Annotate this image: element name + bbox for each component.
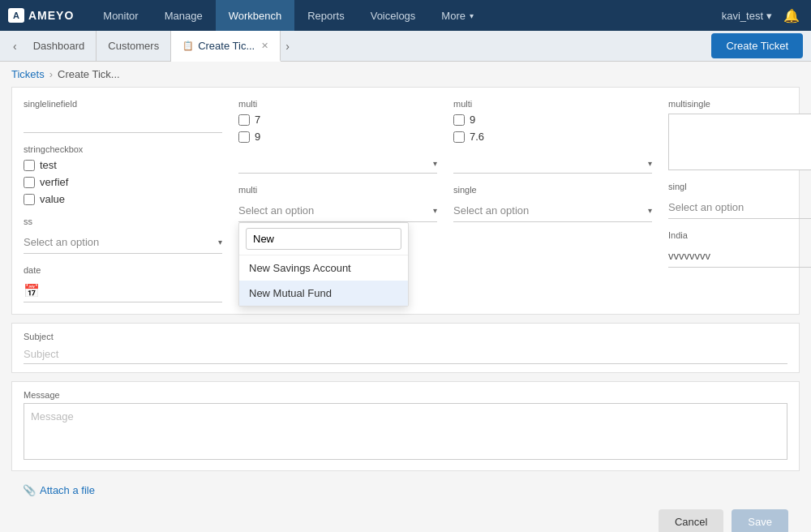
calendar-icon[interactable]: 📅 xyxy=(24,283,40,298)
tab-prev-button[interactable]: ‹ xyxy=(8,36,22,56)
multi-checkboxes-group: 7 9 xyxy=(238,114,437,143)
checkbox-value-input[interactable] xyxy=(24,194,35,205)
singl-field: singl Select an option ▾ xyxy=(668,182,811,219)
breadcrumb-tickets[interactable]: Tickets xyxy=(11,68,45,80)
checkbox-value[interactable]: value xyxy=(24,193,222,205)
col3-checkbox-group: 9 7.6 xyxy=(453,114,652,143)
checkbox-7[interactable]: 7 xyxy=(238,114,437,126)
ss-label: ss xyxy=(24,217,222,226)
message-textarea[interactable] xyxy=(24,403,787,460)
subject-input[interactable] xyxy=(24,345,787,364)
col3-single-field: single Select an option ▾ xyxy=(453,185,652,222)
user-menu[interactable]: kavi_test ▾ xyxy=(722,10,772,22)
form-section: singlelinefield stringcheckbox test verf… xyxy=(11,87,800,315)
singlelinefield-input[interactable] xyxy=(24,114,222,133)
breadcrumb: Tickets › Create Tick... xyxy=(0,62,811,87)
col3-multi-select-field: ▾ xyxy=(453,154,652,174)
col3-multi-label: multi xyxy=(453,99,652,109)
india-field: India vvvvvvvv ▾ xyxy=(668,230,811,268)
paperclip-icon: 📎 xyxy=(23,484,36,496)
col3-multi-field: multi 9 7.6 xyxy=(453,99,652,143)
multi-dropdown-label: multi xyxy=(238,185,437,195)
col3-checkbox-76[interactable]: 7.6 xyxy=(453,131,652,143)
multi-select-top-field: ▾ xyxy=(238,154,437,174)
india-label: India xyxy=(668,230,811,240)
user-chevron-icon: ▾ xyxy=(766,10,772,22)
singlelinefield-label: singlelinefield xyxy=(24,99,222,109)
multi-checkboxes-label: multi xyxy=(238,99,437,109)
notification-bell-icon[interactable]: 🔔 xyxy=(780,5,803,27)
ss-field: ss Select an option ▾ xyxy=(24,217,222,254)
breadcrumb-separator: › xyxy=(49,68,53,80)
singl-label: singl xyxy=(668,182,811,191)
tab-bar: ‹ Dashboard Customers 📋 Create Tic... ✕ … xyxy=(0,31,811,62)
form-grid: singlelinefield stringcheckbox test verf… xyxy=(24,99,787,302)
save-button[interactable]: Save xyxy=(732,509,788,532)
multi-select-top-chevron-icon: ▾ xyxy=(433,159,437,168)
nav-item-workbench[interactable]: Workbench xyxy=(216,0,295,31)
date-label: date xyxy=(24,265,222,275)
attach-file-link[interactable]: 📎 Attach a file xyxy=(11,479,800,501)
multi-dropdown-field: multi Select an option ▾ New Savings Acc… xyxy=(238,185,437,222)
ticket-icon: 📋 xyxy=(182,41,194,51)
singl-select[interactable]: Select an option ▾ xyxy=(668,196,811,219)
checkbox-verfief[interactable]: verfief xyxy=(24,176,222,188)
col3-single-chevron-icon: ▾ xyxy=(648,206,652,215)
india-select[interactable]: vvvvvvvv ▾ xyxy=(668,245,811,268)
logo: A AMEYO xyxy=(8,8,74,23)
stringcheckbox-label: stringcheckbox xyxy=(24,144,222,154)
nav-item-reports[interactable]: Reports xyxy=(294,0,358,31)
col3-checkbox-9[interactable]: 9 xyxy=(453,114,652,126)
multi-checkboxes-field: multi 7 9 xyxy=(238,99,437,143)
nav-item-manage[interactable]: Manage xyxy=(152,0,216,31)
dropdown-item-new-mutual[interactable]: New Mutual Fund xyxy=(239,281,408,306)
tab-dashboard[interactable]: Dashboard xyxy=(22,31,97,62)
multisingle-label: multisingle xyxy=(668,99,811,109)
subject-section: Subject xyxy=(11,323,800,373)
col3-multi-chevron-icon: ▾ xyxy=(648,159,652,168)
date-input-wrapper: 📅 xyxy=(24,280,222,302)
tab-close-icon[interactable]: ✕ xyxy=(261,41,268,51)
nav-item-voicelogs[interactable]: Voicelogs xyxy=(358,0,429,31)
stringcheckbox-group: test verfief value xyxy=(24,159,222,205)
main-content: singlelinefield stringcheckbox test verf… xyxy=(0,87,811,532)
message-label: Message xyxy=(24,390,787,400)
multisingle-field: multisingle xyxy=(668,99,811,170)
checkbox-9-input[interactable] xyxy=(238,131,250,143)
col3-multi-select[interactable]: ▾ xyxy=(453,154,652,174)
checkbox-9[interactable]: 9 xyxy=(238,131,437,143)
col3-single-label: single xyxy=(453,185,652,195)
multi-dropdown-chevron-icon: ▾ xyxy=(433,206,437,215)
col3-checkbox-76-input[interactable] xyxy=(453,131,465,143)
multi-select-top[interactable]: ▾ xyxy=(238,154,437,174)
col3-checkbox-9-input[interactable] xyxy=(453,114,465,126)
tab-customers[interactable]: Customers xyxy=(97,31,171,62)
multisingle-textarea[interactable] xyxy=(668,114,811,170)
date-field: date 📅 xyxy=(24,265,222,302)
dropdown-search-input[interactable] xyxy=(246,228,401,250)
message-section: Message xyxy=(11,381,800,471)
checkbox-test[interactable]: test xyxy=(24,159,222,171)
multi-dropdown-select[interactable]: Select an option ▾ xyxy=(238,200,437,222)
breadcrumb-current: Create Tick... xyxy=(58,68,120,80)
checkbox-verfief-input[interactable] xyxy=(24,177,35,188)
multi-dropdown-popup: New Savings Account New Mutual Fund xyxy=(238,222,409,307)
nav-item-more[interactable]: More ▾ xyxy=(428,0,487,31)
nav-items: Monitor Manage Workbench Reports Voicelo… xyxy=(90,0,721,31)
col3-single-select[interactable]: Select an option ▾ xyxy=(453,200,652,222)
dropdown-item-new-savings[interactable]: New Savings Account xyxy=(239,255,408,281)
checkbox-test-input[interactable] xyxy=(24,160,35,171)
tab-create-ticket[interactable]: 📋 Create Tic... ✕ xyxy=(171,31,281,62)
dropdown-search-container xyxy=(239,223,408,255)
more-chevron-icon: ▾ xyxy=(470,11,474,20)
logo-text: AMEYO xyxy=(28,9,74,22)
ss-chevron-icon: ▾ xyxy=(218,238,222,247)
footer-buttons: Cancel Save xyxy=(11,501,800,532)
ss-select[interactable]: Select an option ▾ xyxy=(24,231,222,254)
create-ticket-button[interactable]: Create Ticket xyxy=(711,33,803,58)
cancel-button[interactable]: Cancel xyxy=(659,509,723,532)
checkbox-7-input[interactable] xyxy=(238,114,250,126)
tab-next-button[interactable]: › xyxy=(281,36,294,56)
subject-label: Subject xyxy=(24,332,787,341)
nav-item-monitor[interactable]: Monitor xyxy=(90,0,151,31)
